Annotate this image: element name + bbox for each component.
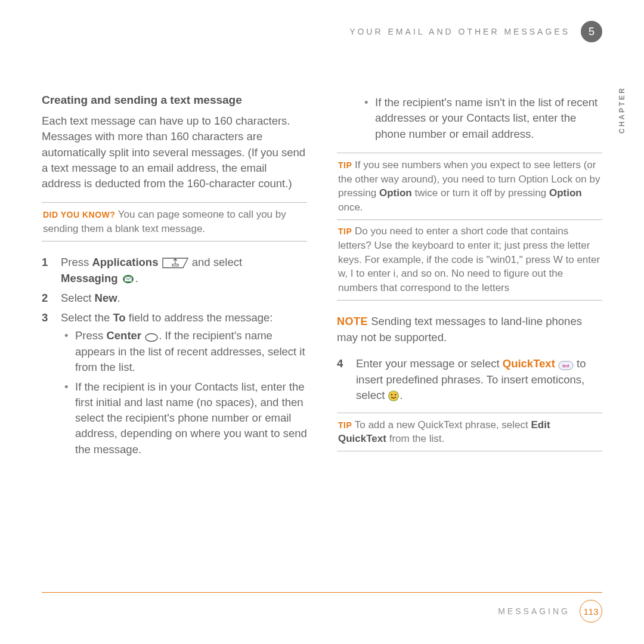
- page-number-badge: 113: [580, 600, 602, 623]
- bullet-press-center: • Press Center . If the recipient's name…: [61, 328, 307, 376]
- step-number: 2: [42, 290, 51, 306]
- svg-point-7: [395, 394, 396, 395]
- note-label: NOTE: [337, 315, 368, 327]
- chapter-vertical-label: CHAPTER: [618, 86, 626, 134]
- bullet-dot: •: [64, 379, 69, 457]
- step-number: 4: [337, 356, 346, 404]
- step-number: 3: [42, 310, 51, 461]
- center-label: Center: [106, 329, 141, 342]
- svg-point-2: [145, 333, 157, 341]
- svg-text:text: text: [562, 364, 569, 368]
- new-label: New: [95, 292, 117, 304]
- did-you-know-label: DID YOU KNOW?: [43, 210, 115, 219]
- right-column: • If the recipient's name isn't in the l…: [337, 92, 602, 465]
- step-4: 4 Enter your message or select QuickText…: [337, 356, 602, 404]
- footer-section: MESSAGING: [498, 606, 570, 616]
- tip-short-code: TIP Do you need to enter a short code th…: [337, 219, 602, 301]
- note-landline: NOTE Sending text messages to land-line …: [337, 314, 602, 345]
- tip-label: TIP: [338, 227, 352, 236]
- emoticon-icon: [388, 388, 400, 404]
- messaging-app-icon: [121, 271, 135, 287]
- left-column: Creating and sending a text message Each…: [42, 92, 307, 465]
- tip-option-lock: TIP If you see numbers when you expect t…: [337, 153, 602, 220]
- bullet-contacts: • If the recipient is in your Contacts l…: [61, 379, 307, 457]
- quicktext-label: QuickText: [503, 357, 555, 370]
- bullet-not-in-list: • If the recipient's name isn't in the l…: [361, 95, 602, 142]
- svg-point-5: [389, 391, 399, 401]
- to-field-label: To: [113, 311, 125, 324]
- tip-edit-quicktext: TIP To add a new QuickText phrase, selec…: [337, 413, 602, 452]
- applications-label: Applications: [92, 256, 158, 268]
- bullet-dot: •: [64, 328, 69, 376]
- center-button-icon: [144, 329, 159, 344]
- messaging-label: Messaging: [61, 272, 118, 284]
- section-heading: Creating and sending a text message: [42, 92, 307, 109]
- page-footer: MESSAGING 113: [42, 592, 602, 623]
- step-1: 1 Press Applications and select Messagin…: [42, 255, 307, 287]
- tip-label: TIP: [338, 160, 352, 170]
- step-3: 3 Select the To field to address the mes…: [42, 310, 307, 461]
- quicktext-icon: text: [558, 357, 574, 372]
- applications-key-icon: [162, 255, 189, 271]
- did-you-know-callout: DID YOU KNOW? You can page someone to ca…: [42, 202, 307, 242]
- svg-point-6: [391, 394, 392, 395]
- step-number: 1: [42, 255, 51, 287]
- intro-paragraph: Each text message can have up to 160 cha…: [42, 113, 307, 191]
- running-head: YOUR EMAIL AND OTHER MESSAGES: [349, 27, 570, 36]
- step-2: 2 Select New.: [42, 290, 307, 306]
- bullet-dot: •: [364, 95, 369, 142]
- tip-label: TIP: [338, 420, 352, 430]
- chapter-number-badge: 5: [581, 21, 602, 42]
